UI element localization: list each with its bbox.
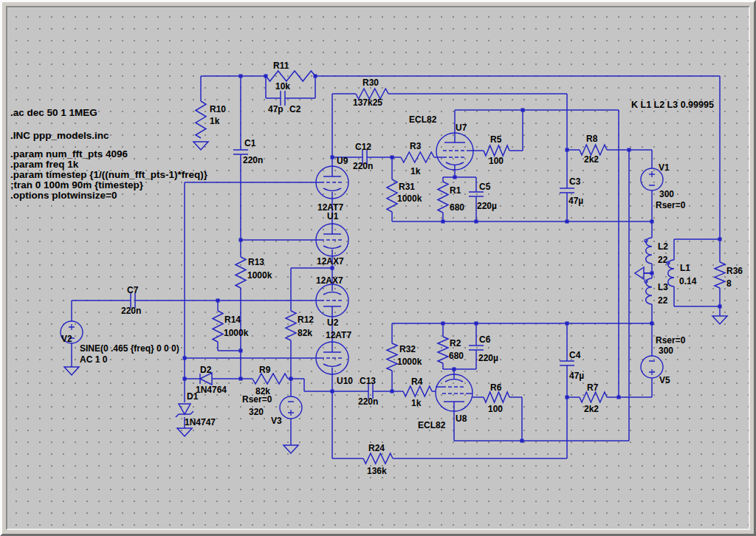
component-name-label: C2 <box>289 104 301 114</box>
resistor-R31[interactable]: R311000k <box>387 179 422 212</box>
resistor-R3[interactable]: R31k <box>401 141 434 176</box>
resistor-R14[interactable]: R141000k <box>213 311 249 342</box>
capacitor-C1[interactable]: C1220n <box>233 138 263 165</box>
resistor-body[interactable] <box>401 152 434 162</box>
component-value-label: 2k2 <box>584 404 599 414</box>
capacitor-body[interactable] <box>469 192 484 196</box>
port-flag-icon[interactable] <box>635 267 652 279</box>
junction-dot <box>566 396 569 399</box>
schematic-canvas[interactable]: R101kR1110kC247pC1220nR30137k25R131000kC… <box>0 0 756 536</box>
tube-triode-U2[interactable]: U212AX7 <box>316 275 348 328</box>
junction-dot <box>521 109 525 112</box>
inductor-L2[interactable]: L222 <box>645 238 668 265</box>
resistor-body[interactable] <box>266 71 315 81</box>
polarity-marks[interactable] <box>649 171 655 185</box>
junction-dot <box>475 322 478 326</box>
capacitor-C12[interactable]: C12220n <box>353 142 373 171</box>
capacitor-C4[interactable]: C447µ <box>560 350 584 381</box>
voltage-source-V1[interactable]: V1300Rser=0 <box>641 162 686 210</box>
polarity-marks[interactable] <box>288 402 294 416</box>
resistor-R2[interactable]: R2680 <box>438 337 464 363</box>
capacitor-C6[interactable]: C6220µ <box>469 334 498 363</box>
junction-dot <box>331 267 334 270</box>
resistor-R24[interactable]: R24136k <box>363 443 393 476</box>
spice-directive[interactable]: .param timestep {1/((num_fft_pts-1)*freq… <box>10 169 208 180</box>
resistor-body[interactable] <box>403 386 432 396</box>
tube-pentode-U8[interactable]: U8ECL82 <box>418 374 472 430</box>
spice-directive[interactable]: .options plotwinsize=0 <box>10 190 117 201</box>
voltage-source-V5[interactable]: V5Rser=0300 <box>641 335 686 385</box>
component-value-label: 47p <box>268 104 284 114</box>
voltage-source-V3[interactable]: V3Rser=0320 <box>242 394 302 426</box>
ground-icon[interactable] <box>64 367 79 375</box>
capacitor-C5[interactable]: C5220µ <box>469 182 497 211</box>
diode-D2[interactable]: D21N4764 <box>196 365 227 395</box>
resistor-R5[interactable]: R5100 <box>484 134 509 166</box>
zener-diode-D1[interactable]: D11N4747 <box>176 391 216 427</box>
capacitor-body[interactable] <box>469 346 484 350</box>
resistor-body[interactable] <box>252 374 288 384</box>
junction-dot <box>239 75 243 78</box>
resistor-body[interactable] <box>484 392 509 402</box>
component-name-label: V3 <box>271 416 282 426</box>
resistor-body[interactable] <box>438 182 448 213</box>
zener-diode-body[interactable] <box>176 404 193 417</box>
resistor-R8[interactable]: R82k2 <box>580 134 607 165</box>
ground-icon[interactable] <box>193 142 208 150</box>
resistor-body[interactable] <box>715 262 725 288</box>
capacitor-body[interactable] <box>233 150 248 154</box>
component-value-label: 47µ <box>569 371 584 381</box>
component-value-label: 220n <box>121 306 141 316</box>
component-name-label: R9 <box>259 365 271 375</box>
resistor-R11[interactable]: R1110k <box>266 61 315 92</box>
resistor-R9[interactable]: R982k <box>252 365 288 396</box>
polarity-marks[interactable] <box>649 361 655 375</box>
capacitor-C3[interactable]: C347µ <box>560 176 583 206</box>
coupling-directive[interactable]: K L1 L2 L3 0.99995 <box>631 100 714 110</box>
resistor-body[interactable] <box>236 257 246 288</box>
inductor-L3[interactable]: L322 <box>645 278 668 306</box>
inductor-L1[interactable]: L10.14 <box>667 260 697 286</box>
spice-directive[interactable]: ;tran 0 100m 90m {timestep} <box>10 179 144 190</box>
resistor-R1[interactable]: R1680 <box>438 182 464 213</box>
resistor-R10[interactable]: R101k <box>196 101 226 138</box>
tube-triode-U1[interactable]: U112AX7 <box>316 211 348 267</box>
spice-directive[interactable]: .ac dec 50 1 1MEG <box>10 107 97 118</box>
ground-icon[interactable] <box>284 445 298 453</box>
ground-icon[interactable] <box>177 428 192 436</box>
junction-dot <box>391 156 394 159</box>
resistor-body[interactable] <box>580 392 607 402</box>
resistor-body[interactable] <box>484 145 509 156</box>
capacitor-body[interactable] <box>560 188 574 193</box>
ground-icon[interactable] <box>712 316 727 324</box>
tube-triode-U10[interactable]: U1012AT7 <box>316 330 353 386</box>
resistor-R36[interactable]: R368 <box>715 262 743 289</box>
resistor-R4[interactable]: R41k <box>403 377 432 408</box>
spice-directive[interactable]: .param freq 1k <box>10 159 79 170</box>
junction-dot <box>239 238 243 242</box>
component-param-label: 320 <box>249 407 264 417</box>
component-name-label: U8 <box>456 413 467 424</box>
resistor-body[interactable] <box>387 179 397 212</box>
resistor-body[interactable] <box>286 311 296 340</box>
spice-directive[interactable]: .param num_fft_pts 4096 <box>10 148 128 159</box>
resistor-R7[interactable]: R72k2 <box>580 382 607 414</box>
capacitor-body[interactable] <box>560 361 574 365</box>
resistor-body[interactable] <box>438 337 448 363</box>
component-value-label: 82k <box>298 328 312 338</box>
resistor-R30[interactable]: R30137k25 <box>353 78 388 108</box>
resistor-R12[interactable]: R1282k <box>286 311 314 340</box>
capacitor-C2[interactable]: C247p <box>268 91 301 114</box>
component-name-label: C3 <box>569 176 581 187</box>
resistor-R6[interactable]: R6100 <box>484 382 509 414</box>
resistor-R13[interactable]: R131000k <box>236 257 272 288</box>
resistor-body[interactable] <box>213 311 223 342</box>
resistor-body[interactable] <box>363 453 393 464</box>
resistor-body[interactable] <box>387 343 397 371</box>
resistor-R32[interactable]: R321000k <box>387 343 422 371</box>
capacitor-body[interactable] <box>281 91 285 106</box>
resistor-body[interactable] <box>196 101 206 138</box>
resistor-body[interactable] <box>580 145 607 155</box>
spice-directive[interactable]: .INC ppp_models.inc <box>10 130 109 141</box>
voltage-source-V2[interactable]: V2SINE(0 .465 {freq} 0 0 0)AC 1 0 <box>61 321 179 365</box>
